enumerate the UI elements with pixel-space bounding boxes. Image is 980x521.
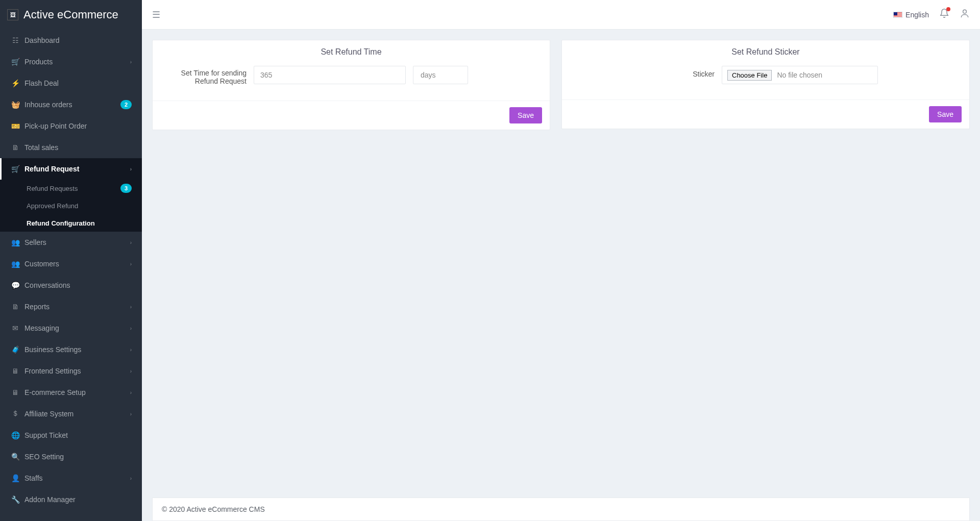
file-icon: 🗎 [9, 143, 21, 152]
no-file-label: No file chosen [777, 71, 822, 79]
sidebar-item-affiliate-system[interactable]: ＄Affiliate System› [0, 403, 142, 425]
sidebar-item-flash-deal[interactable]: ⚡Flash Deal [0, 72, 142, 94]
chevron-right-icon: › [130, 240, 132, 245]
brand[interactable]: 🖼 Active eCommerce [0, 0, 142, 30]
topbar: ☰ English [142, 0, 980, 30]
sidebar-item-total-sales[interactable]: 🗎Total sales [0, 137, 142, 158]
sidebar-item-label: Affiliate System [24, 410, 74, 418]
sidebar-item-e-commerce-setup[interactable]: 🖥E-commerce Setup› [0, 382, 142, 403]
basket-icon: 🧺 [9, 101, 21, 109]
chevron-right-icon: › [130, 390, 132, 395]
sidebar-item-label: Refund Request [24, 165, 79, 173]
sidebar-item-label: Business Settings [24, 345, 81, 354]
chevron-right-icon: › [130, 347, 132, 353]
refund-time-label: Set Time for sending Refund Request [163, 66, 247, 85]
ticket-icon: 🎫 [9, 122, 21, 130]
briefcase-icon: 🧳 [9, 345, 21, 354]
refund-time-input[interactable] [254, 66, 406, 84]
sidebar-item-pick-up-point-order[interactable]: 🎫Pick-up Point Order [0, 115, 142, 137]
chevron-right-icon: › [130, 368, 132, 374]
sidebar-item-products[interactable]: 🛒Products› [0, 51, 142, 72]
sidebar-subnav-refund: Refund Requests3Approved RefundRefund Co… [0, 180, 142, 232]
sidebar-item-customers[interactable]: 👥Customers› [0, 253, 142, 275]
monitor-icon: 🖥 [9, 367, 21, 375]
dashboard-icon: ☷ [9, 36, 21, 44]
sidebar-item-label: Messaging [24, 324, 59, 332]
sidebar-item-dashboard[interactable]: ☷Dashboard [0, 30, 142, 51]
panel-heading-refund-time: Set Refund Time [153, 40, 550, 66]
sidebar-subitem-label: Refund Requests [27, 185, 78, 192]
sidebar-subitem-approved-refund[interactable]: Approved Refund [0, 197, 142, 214]
flag-us-icon [893, 12, 902, 18]
sidebar-item-sellers[interactable]: 👥Sellers› [0, 232, 142, 253]
sidebar-item-staffs[interactable]: 👤Staffs› [0, 467, 142, 489]
sidebar-item-frontend-settings[interactable]: 🖥Frontend Settings› [0, 360, 142, 382]
sidebar-item-inhouse-orders[interactable]: 🧺Inhouse orders2 [0, 94, 142, 115]
sidebar-item-label: Customers [24, 260, 59, 268]
bell-icon[interactable] [939, 8, 949, 21]
sidebar-nav: ☷Dashboard🛒Products›⚡Flash Deal🧺Inhouse … [0, 30, 142, 510]
dollar-icon: ＄ [9, 409, 21, 418]
bolt-icon: ⚡ [9, 79, 21, 87]
sidebar-item-label: Dashboard [24, 36, 60, 44]
sidebar-item-label: Products [24, 58, 53, 66]
save-refund-sticker-button[interactable]: Save [929, 106, 962, 122]
sidebar-item-reports[interactable]: 🗎Reports› [0, 296, 142, 317]
chevron-right-icon: › [130, 476, 132, 481]
sidebar-item-label: Frontend Settings [24, 367, 81, 375]
choose-file-button[interactable]: Choose File [727, 70, 772, 81]
chevron-right-icon: › [130, 261, 132, 267]
sidebar-item-label: Pick-up Point Order [24, 122, 87, 130]
sidebar-item-label: SEO Setting [24, 453, 64, 461]
panel-refund-time: Set Refund Time Set Time for sending Ref… [152, 40, 550, 130]
panel-body-refund-time: Set Time for sending Refund Request days [153, 66, 550, 101]
language-label: English [905, 11, 929, 19]
chevron-right-icon: › [130, 166, 132, 172]
footer: © 2020 Active eCommerce CMS [152, 498, 970, 521]
avatar-icon[interactable] [960, 8, 970, 21]
globe-icon: 🌐 [9, 431, 21, 439]
footer-copyright: © 2020 Active eCommerce CMS [162, 505, 265, 513]
chevron-right-icon: › [130, 411, 132, 417]
sidebar-badge: 2 [120, 100, 132, 109]
language-switcher[interactable]: English [893, 11, 929, 19]
sidebar-item-refund-request[interactable]: 🛒Refund Request› [0, 158, 142, 180]
sidebar-item-messaging[interactable]: ✉Messaging› [0, 317, 142, 339]
user-icon: 👤 [9, 474, 21, 482]
sidebar-subitem-label: Approved Refund [27, 202, 78, 210]
sidebar-item-business-settings[interactable]: 🧳Business Settings› [0, 339, 142, 360]
sidebar-item-label: Flash Deal [24, 79, 59, 87]
sidebar-subitem-refund-requests[interactable]: Refund Requests3 [0, 180, 142, 197]
svg-point-0 [963, 10, 967, 13]
panel-heading-refund-sticker: Set Refund Sticker [562, 40, 969, 66]
content-wrap: Set Refund Time Set Time for sending Ref… [142, 0, 980, 521]
panel-footer-refund-sticker: Save [562, 100, 969, 129]
sidebar-subitem-refund-configuration[interactable]: Refund Configuration [0, 214, 142, 232]
users-plus-icon: 👥 [9, 260, 21, 268]
sidebar-item-suppot-ticket[interactable]: 🌐Suppot Ticket [0, 425, 142, 446]
sidebar: 🖼 Active eCommerce ☷Dashboard🛒Products›⚡… [0, 0, 142, 521]
sidebar-badge: 3 [120, 184, 132, 193]
content: Set Refund Time Set Time for sending Ref… [142, 30, 980, 482]
brand-logo: 🖼 [7, 9, 18, 20]
hamburger-icon[interactable]: ☰ [152, 9, 160, 20]
sidebar-item-conversations[interactable]: 💬Conversations [0, 275, 142, 296]
search-icon: 🔍 [9, 453, 21, 461]
sidebar-item-label: Conversations [24, 281, 70, 289]
sidebar-item-seo-setting[interactable]: 🔍SEO Setting [0, 446, 142, 467]
brand-title: Active eCommerce [23, 8, 118, 21]
refund-time-unit: days [413, 66, 468, 84]
sticker-label: Sticker [653, 66, 715, 78]
chevron-right-icon: › [130, 59, 132, 65]
sticker-file-control[interactable]: Choose File No file chosen [722, 66, 878, 84]
sidebar-item-addon-manager[interactable]: 🔧Addon Manager [0, 489, 142, 510]
sidebar-item-label: Staffs [24, 474, 43, 482]
doc-icon: 🗎 [9, 303, 21, 311]
panel-body-refund-sticker: Sticker Choose File No file chosen [562, 66, 969, 100]
topbar-right: English [893, 8, 970, 21]
cart-icon: 🛒 [9, 165, 21, 173]
form-row-sticker: Sticker Choose File No file chosen [572, 66, 959, 84]
sidebar-item-label: Reports [24, 303, 50, 311]
save-refund-time-button[interactable]: Save [509, 107, 542, 123]
notification-dot [946, 7, 950, 11]
